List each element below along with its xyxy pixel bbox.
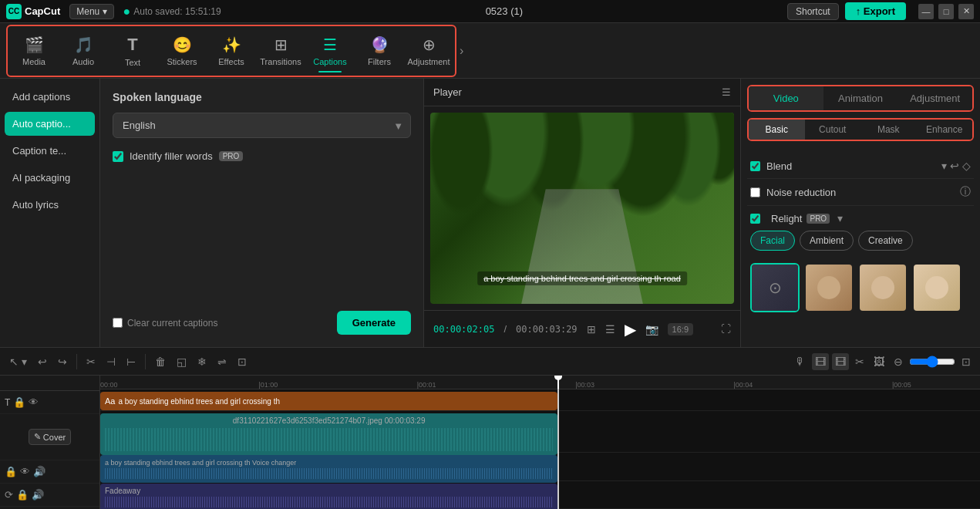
screenshot-icon[interactable]: 📷 (645, 323, 658, 335)
ai-packaging-button[interactable]: AI packaging (5, 166, 95, 190)
cover-button[interactable]: ✎ Cover (29, 429, 71, 445)
pro-badge: PRO (219, 151, 244, 161)
generate-button[interactable]: Generate (337, 311, 411, 335)
close-button[interactable]: ✕ (958, 4, 974, 19)
identify-filler-checkbox[interactable] (113, 151, 123, 162)
mirror-button[interactable]: ⇌ (214, 353, 230, 370)
main-content: Add captions Auto captio... Caption te..… (0, 79, 980, 347)
video-background: a boy standing behind trees and girl cro… (430, 113, 734, 304)
cover-icon: ✎ (34, 432, 41, 442)
music-clip[interactable]: Fadeaway (100, 484, 557, 509)
toolbar-audio[interactable]: 🎵 Audio (59, 28, 108, 74)
audio-track: a boy standing ebhind trees and girl cro… (100, 453, 980, 480)
toolbar-adjustment[interactable]: ⊕ Adjustment (404, 28, 453, 74)
undo-button[interactable]: ↩ (35, 353, 50, 370)
clear-captions-checkbox[interactable] (113, 318, 123, 328)
audio-track-button[interactable]: 🎞 (832, 353, 849, 370)
time-separator: / (503, 323, 507, 335)
toolbar-filters[interactable]: 🔮 Filters (355, 28, 404, 74)
relight-creative-button[interactable]: Creative (858, 231, 913, 251)
zoom-out-button[interactable]: ⊖ (891, 353, 906, 370)
player-video: a boy standing behind trees and girl cro… (430, 113, 734, 304)
caption-clip[interactable]: Aa a boy standing ebhind trees and girl … (100, 392, 557, 410)
video-track-button[interactable]: 🎞 (812, 353, 829, 370)
tab-adjustment[interactable]: Adjustment (897, 86, 972, 110)
filters-label: Filters (368, 57, 391, 66)
split-left-button[interactable]: ⊣ (103, 353, 119, 370)
toolbar-effects[interactable]: ✨ Effects (207, 28, 256, 74)
freeze-button[interactable]: ❄ (194, 353, 210, 370)
audio-clip[interactable]: a boy standing ebhind trees and girl cro… (100, 455, 557, 483)
play-button[interactable]: ▶ (625, 320, 636, 339)
thumb-4[interactable] (912, 263, 961, 312)
caption-visible-icon[interactable]: 👁 (29, 396, 39, 408)
redo-button[interactable]: ↪ (55, 353, 70, 370)
noise-reduction-info-icon[interactable]: ⓘ (960, 185, 971, 199)
language-select[interactable]: English Spanish French German (113, 113, 411, 138)
image-button[interactable]: 🖼 (871, 353, 887, 370)
mic-button[interactable]: 🎙 (792, 353, 809, 370)
aspect-ratio-badge: 16:9 (668, 323, 693, 335)
fullscreen-icon[interactable]: ⛶ (721, 323, 731, 335)
select-tool-button[interactable]: ↖ ▾ (6, 353, 30, 370)
split-right-button[interactable]: ⊢ (123, 353, 139, 370)
add-captions-button[interactable]: Add captions (5, 85, 95, 109)
app-name: CapCut (25, 5, 60, 17)
relight-dropdown-icon[interactable]: ▾ (837, 212, 843, 224)
relight-facial-button[interactable]: Facial (750, 231, 795, 251)
relight-checkbox[interactable] (750, 214, 760, 224)
music-volume-icon[interactable]: 🔊 (32, 489, 44, 501)
auto-captions-button[interactable]: Auto captio... (5, 112, 95, 136)
blend-diamond-icon[interactable]: ◇ (962, 160, 971, 172)
video-clip[interactable]: df3110221627e3d6253f3ed521274b07.jpeg 00… (100, 413, 557, 455)
zoom-slider[interactable] (909, 356, 955, 368)
toolbar-stickers[interactable]: 😊 Stickers (157, 28, 207, 74)
music-lock-icon[interactable]: 🔒 (16, 489, 29, 501)
video-track-label: ✎ Cover (0, 414, 99, 460)
maximize-button[interactable]: □ (938, 4, 954, 19)
zoom-fit-button[interactable]: ⊡ (958, 353, 974, 370)
tab-animation[interactable]: Animation (823, 86, 898, 110)
effects-label: Effects (218, 57, 244, 66)
list-view-icon[interactable]: ☰ (605, 323, 615, 335)
subtab-enhance[interactable]: Enhance (917, 120, 973, 140)
toolbar-captions[interactable]: ☰ Captions (305, 28, 355, 74)
player-menu-icon[interactable]: ☰ (722, 86, 731, 98)
subtab-cutout[interactable]: Cutout (805, 120, 861, 140)
tab-video[interactable]: Video (749, 86, 823, 110)
toolbar-collapse-icon[interactable]: › (460, 44, 463, 58)
playhead[interactable] (557, 376, 559, 389)
auto-lyrics-button[interactable]: Auto lyrics (5, 193, 95, 217)
blend-dropdown-icon[interactable]: ▾ (941, 160, 947, 172)
toolbar-media[interactable]: 🎬 Media (9, 28, 59, 74)
music-waveform (105, 497, 553, 507)
blend-checkbox[interactable] (750, 161, 760, 171)
audio-volume-icon[interactable]: 🔊 (33, 466, 45, 477)
stickers-label: Stickers (167, 57, 197, 66)
toolbar-text[interactable]: T Text (108, 28, 157, 74)
delete-button[interactable]: 🗑 (152, 353, 169, 370)
audio-visible-icon[interactable]: 👁 (20, 466, 30, 477)
crop-button[interactable]: ⊡ (234, 353, 250, 370)
subtab-mask[interactable]: Mask (860, 120, 917, 140)
thumb-1[interactable]: ⊙ (750, 263, 800, 312)
relight-ambient-button[interactable]: Ambient (800, 231, 854, 251)
subtab-basic[interactable]: Basic (749, 120, 805, 140)
cut-button[interactable]: ✂ (852, 353, 867, 370)
shortcut-button[interactable]: Shortcut (787, 3, 839, 20)
blend-reset-icon[interactable]: ↩ (950, 160, 959, 172)
group-button[interactable]: ◱ (173, 353, 190, 370)
thumb-3[interactable] (858, 263, 908, 312)
grid-view-icon[interactable]: ⊞ (587, 323, 596, 335)
caption-templates-button[interactable]: Caption te... (5, 139, 95, 163)
toolbar-transitions[interactable]: ⊞ Transitions (256, 28, 305, 74)
noise-reduction-checkbox[interactable] (750, 187, 760, 197)
timeline-ruler: 00:00 |01:00 |00:01 |00:03 |00:04 |00:05 (100, 376, 980, 389)
audio-lock-icon[interactable]: 🔒 (5, 466, 17, 477)
split-button[interactable]: ✂ (83, 353, 99, 370)
export-button[interactable]: ↑ Export (845, 2, 906, 20)
thumb-2[interactable] (804, 263, 854, 312)
caption-lock-icon[interactable]: 🔒 (13, 396, 25, 408)
minimize-button[interactable]: — (918, 4, 934, 19)
menu-button[interactable]: Menu ▾ (69, 4, 113, 19)
